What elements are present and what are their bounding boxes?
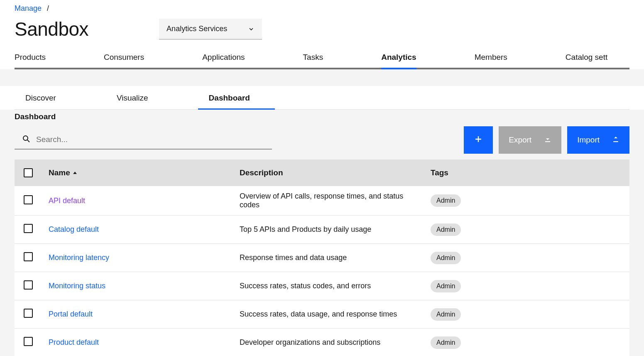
- column-header-tags-label: Tags: [431, 168, 448, 177]
- dashboard-link[interactable]: Monitoring latency: [49, 253, 109, 262]
- import-button[interactable]: Import: [567, 126, 629, 154]
- subtab-visualize[interactable]: Visualize: [117, 93, 148, 109]
- row-checkbox[interactable]: [24, 224, 33, 233]
- select-all-checkbox[interactable]: [24, 168, 33, 177]
- table-row: Monitoring statusSuccess rates, status c…: [15, 272, 629, 300]
- search-input[interactable]: [36, 135, 270, 144]
- tab-applications[interactable]: Applications: [202, 53, 245, 68]
- table-row: Product defaultDeveloper organizations a…: [15, 329, 629, 356]
- section-heading: Dashboard: [15, 110, 629, 124]
- import-button-label: Import: [577, 135, 600, 145]
- secondary-tabs: DiscoverVisualizeDashboard: [15, 86, 629, 110]
- dashboard-link[interactable]: Portal default: [49, 310, 93, 318]
- dashboard-description: Top 5 APIs and Products by daily usage: [240, 225, 431, 234]
- dashboard-link[interactable]: Catalog default: [49, 225, 99, 233]
- tag-badge: Admin: [431, 308, 461, 321]
- tab-consumers[interactable]: Consumers: [104, 53, 144, 68]
- breadcrumb: Manage /: [15, 0, 629, 13]
- column-header-name[interactable]: Name: [49, 168, 240, 177]
- tag-badge: Admin: [431, 252, 461, 264]
- tag-badge: Admin: [431, 336, 461, 349]
- service-dropdown[interactable]: Analytics Services: [159, 19, 262, 39]
- search-icon: [22, 135, 30, 145]
- dashboard-link[interactable]: API default: [49, 196, 85, 205]
- plus-icon: [474, 135, 482, 145]
- table-header-row: Name Description Tags: [15, 160, 629, 186]
- column-header-description-label: Description: [240, 168, 283, 177]
- tag-badge: Admin: [431, 223, 461, 236]
- column-header-name-label: Name: [49, 168, 70, 177]
- export-button-label: Export: [509, 135, 531, 145]
- dashboard-table: Name Description Tags API defaultOvervie…: [15, 160, 629, 356]
- table-row: API defaultOverview of API calls, respon…: [15, 186, 629, 216]
- dashboard-description: Overview of API calls, response times, a…: [240, 192, 431, 209]
- row-checkbox[interactable]: [24, 309, 33, 318]
- download-icon: [544, 135, 551, 145]
- breadcrumb-parent-link[interactable]: Manage: [15, 4, 42, 12]
- column-header-tags[interactable]: Tags: [431, 168, 629, 177]
- export-button[interactable]: Export: [499, 126, 561, 154]
- dashboard-description: Success rates, status codes, and errors: [240, 282, 431, 290]
- table-row: Monitoring latencyResponse times and dat…: [15, 244, 629, 272]
- subtab-dashboard[interactable]: Dashboard: [209, 93, 250, 109]
- subtab-discover[interactable]: Discover: [25, 93, 56, 109]
- svg-point-0: [23, 136, 28, 140]
- tag-badge: Admin: [431, 194, 461, 207]
- dashboard-description: Response times and data usage: [240, 253, 431, 262]
- chevron-down-icon: [248, 26, 255, 32]
- tab-tasks[interactable]: Tasks: [303, 53, 323, 68]
- tab-products[interactable]: Products: [15, 53, 46, 68]
- table-row: Catalog defaultTop 5 APIs and Products b…: [15, 216, 629, 244]
- column-header-description[interactable]: Description: [240, 168, 431, 177]
- page-title: Sandbox: [15, 18, 88, 40]
- breadcrumb-separator: /: [47, 4, 49, 12]
- dashboard-link[interactable]: Product default: [49, 338, 99, 346]
- tag-badge: Admin: [431, 280, 461, 292]
- add-button[interactable]: [464, 126, 493, 154]
- tab-members[interactable]: Members: [475, 53, 507, 68]
- table-row: Portal defaultSuccess rates, data usage,…: [15, 300, 629, 329]
- search-field[interactable]: [15, 130, 272, 150]
- dashboard-link[interactable]: Monitoring status: [49, 282, 105, 290]
- svg-line-1: [27, 140, 29, 142]
- tab-catalog-sett[interactable]: Catalog sett: [566, 53, 607, 68]
- upload-icon: [612, 135, 620, 145]
- row-checkbox[interactable]: [24, 280, 33, 290]
- service-dropdown-label: Analytics Services: [167, 25, 227, 33]
- row-checkbox[interactable]: [24, 252, 33, 261]
- row-checkbox[interactable]: [24, 337, 33, 346]
- dashboard-description: Developer organizations and subscription…: [240, 338, 431, 347]
- toolbar: Export Import: [15, 124, 629, 158]
- dashboard-description: Success rates, data usage, and response …: [240, 310, 431, 319]
- primary-tabs: ProductsConsumersApplicationsTasksAnalyt…: [15, 53, 629, 69]
- row-checkbox[interactable]: [24, 195, 33, 204]
- sort-ascending-icon: [73, 171, 77, 175]
- tab-analytics[interactable]: Analytics: [381, 53, 416, 68]
